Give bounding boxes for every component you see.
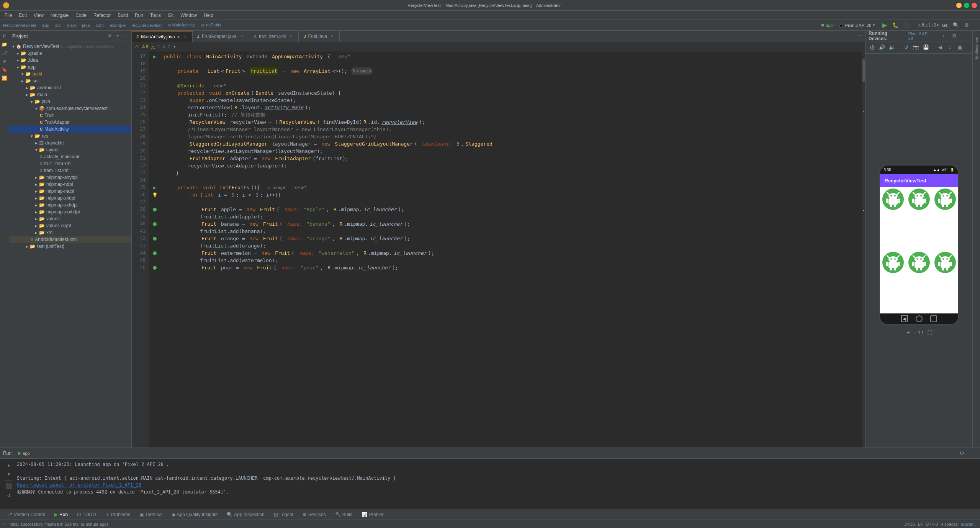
- device-panel-hide[interactable]: −: [961, 32, 969, 40]
- run-config-select[interactable]: ▶ app: [15, 450, 33, 456]
- menu-refactor[interactable]: Refactor: [90, 12, 114, 19]
- tab-todo[interactable]: ☑ TODO: [73, 511, 100, 518]
- menu-git[interactable]: Git: [165, 12, 177, 19]
- tree-item-app[interactable]: ▸ 📂 app: [9, 64, 131, 71]
- menu-navigate[interactable]: Navigate: [47, 12, 72, 19]
- notifications-label[interactable]: Notifications: [973, 34, 980, 63]
- run-stop-button[interactable]: ⬛: [5, 482, 13, 490]
- tab-build[interactable]: 🔨 Build: [331, 511, 357, 518]
- tree-item-values[interactable]: ▸ 📂 values: [9, 215, 131, 222]
- breadcrumb-initfruits[interactable]: ⊙ initFruits: [201, 23, 221, 28]
- tree-item-fruit[interactable]: C Fruit: [9, 112, 131, 119]
- commit-icon[interactable]: ⎇: [1, 49, 8, 57]
- debug-button[interactable]: 🐛: [891, 21, 900, 30]
- tree-item-package[interactable]: ▾ 📦 com.example.recyclerviewtest: [9, 105, 131, 112]
- build-variants-icon[interactable]: 🔀: [1, 74, 8, 82]
- tab-app-inspection[interactable]: 🔍 App Inspection: [223, 511, 268, 518]
- tab-close-fruit-item[interactable]: ✕: [288, 34, 294, 39]
- run-scroll-down[interactable]: ▼: [5, 470, 13, 479]
- run-app-button[interactable]: ▶: [880, 21, 889, 30]
- tree-item-mipmap-xxhdpi[interactable]: ▸ 📂 mipmap-xxhdpi: [9, 202, 131, 208]
- zoom-in-button[interactable]: +: [904, 328, 913, 337]
- tree-item-res[interactable]: ▾ 📂 res: [9, 133, 131, 139]
- breadcrumb-project[interactable]: RecyclerViewTest: [3, 23, 36, 28]
- tree-item-values-night[interactable]: ▸ 📂 values-night: [9, 222, 131, 229]
- tab-fruit-item[interactable]: X fruit_item.xml ✕: [249, 31, 299, 42]
- code-scrollbar[interactable]: [862, 51, 865, 448]
- expand-icon[interactable]: ▾: [173, 44, 176, 49]
- breakpoint-icon[interactable]: [153, 251, 157, 255]
- bookmarks-icon[interactable]: 🔖: [1, 66, 8, 74]
- breadcrumb-main[interactable]: main: [67, 23, 76, 28]
- breadcrumb-example[interactable]: example: [110, 23, 126, 28]
- device-screenshot-icon[interactable]: 📷: [912, 43, 920, 52]
- line-sep-indicator[interactable]: LF: [918, 522, 923, 526]
- git-icon[interactable]: Git:: [941, 21, 949, 30]
- run-scroll-up[interactable]: ▲: [5, 461, 13, 469]
- tab-run[interactable]: ▶ Run: [51, 511, 72, 518]
- tab-services[interactable]: ⚙ Services: [299, 511, 330, 518]
- fullscreen-button[interactable]: ⛶: [925, 328, 934, 337]
- menu-help[interactable]: Help: [201, 12, 216, 19]
- tab-close-mainactivity[interactable]: ✕: [182, 34, 188, 39]
- device-home-icon[interactable]: ○: [946, 43, 954, 52]
- tree-item-gradle[interactable]: ▸ 📂 .gradle: [9, 50, 131, 57]
- expand-warnings-icon[interactable]: ▾: [937, 23, 939, 27]
- tab-app-quality[interactable]: ◆ App Quality Insights: [168, 511, 222, 518]
- device-power-icon[interactable]: ⏻: [868, 43, 876, 52]
- tree-item-androidmanifest[interactable]: X AndroidManifest.xml: [9, 236, 131, 243]
- run-gutter-35[interactable]: ▶: [153, 185, 156, 190]
- device-snapshot-icon[interactable]: 💾: [922, 43, 930, 52]
- tab-fruit[interactable]: J Fruit.java ✕: [299, 31, 339, 42]
- settings-button[interactable]: ⚙: [962, 21, 971, 30]
- breadcrumb-src[interactable]: src: [55, 23, 61, 28]
- tab-mainactivity[interactable]: J MainActivity.java ● ✕: [132, 31, 193, 42]
- tree-item-layout[interactable]: ▾ 📂 layout: [9, 146, 131, 153]
- tree-item-src[interactable]: ▸ 📂 src: [9, 77, 131, 84]
- run-close-button[interactable]: −: [969, 449, 977, 457]
- panel-settings-icon[interactable]: ⚙: [107, 33, 113, 39]
- tree-item-idea[interactable]: ▸ 📂 .idea: [9, 57, 131, 64]
- tab-fruitadapter[interactable]: J FruitAdapter.java ✕: [193, 31, 249, 42]
- breakpoint-icon[interactable]: [153, 222, 157, 226]
- panel-hide-icon[interactable]: −: [122, 33, 128, 39]
- tree-item-activity-main[interactable]: X activity_main.xml: [9, 153, 131, 160]
- tree-item-androidtest[interactable]: ▸ 📂 androidTest: [9, 84, 131, 91]
- run-settings-button[interactable]: ⚙: [958, 449, 966, 457]
- bulb-gutter-36[interactable]: 💡: [152, 192, 158, 198]
- tree-item-fruit-item[interactable]: X fruit_item.xml: [9, 160, 131, 167]
- tree-item-item-list[interactable]: X item_list.xml: [9, 167, 131, 174]
- breakpoint-icon[interactable]: [153, 266, 157, 270]
- tree-item-test[interactable]: ▸ 📂 test [unitTest]: [9, 243, 131, 250]
- device-square-icon[interactable]: ▣: [956, 43, 964, 52]
- breadcrumb-recyclerviewtest[interactable]: recyclerviewtest: [132, 23, 162, 28]
- breadcrumb-java[interactable]: java: [82, 23, 90, 28]
- branch-indicator[interactable]: master ↓: [961, 522, 977, 526]
- tree-item-fruitadapter[interactable]: C FruitAdapter: [9, 119, 131, 126]
- zoom-out-button[interactable]: −: [914, 330, 916, 335]
- menu-window[interactable]: Window: [177, 12, 200, 19]
- tree-item-root[interactable]: ▾ 🏠 RecyclerViewTest D:\project\android-…: [9, 43, 131, 50]
- tab-overflow-button[interactable]: ⋯: [856, 31, 865, 40]
- tab-close-fruit[interactable]: ✕: [329, 34, 335, 39]
- tree-item-java[interactable]: ▾ 📂 java: [9, 98, 131, 105]
- search-button[interactable]: 🔍: [952, 21, 960, 30]
- tab-close-fruitadapter[interactable]: ✕: [239, 34, 244, 39]
- panel-layout-icon[interactable]: ≡: [115, 33, 121, 39]
- menu-file[interactable]: File: [2, 12, 15, 19]
- stop-button[interactable]: ⬛: [902, 21, 910, 30]
- device-dropdown-icon[interactable]: ▾: [873, 23, 875, 28]
- device-panel-add[interactable]: +: [939, 32, 947, 40]
- tree-item-mipmap-hdpi[interactable]: ▸ 📂 mipmap-hdpi: [9, 181, 131, 188]
- tab-version-control[interactable]: ⎇ Version Control: [3, 511, 49, 518]
- breadcrumb-com[interactable]: com: [96, 23, 104, 28]
- device-vol-up-icon[interactable]: 🔊: [878, 43, 886, 52]
- scrollbar-thumb[interactable]: [862, 59, 865, 82]
- tree-item-xml-dir[interactable]: ▸ 📂 xml: [9, 229, 131, 236]
- tree-item-mipmap-anydpi[interactable]: ▸ 📂 mipmap-anydpi: [9, 174, 131, 181]
- device-panel-settings[interactable]: ⚙: [950, 32, 958, 40]
- menu-edit[interactable]: Edit: [16, 12, 30, 19]
- breadcrumb-mainactivity[interactable]: ⊙ MainActivity: [168, 23, 195, 28]
- minimize-button[interactable]: [956, 3, 962, 8]
- breadcrumb-app[interactable]: app: [42, 23, 49, 28]
